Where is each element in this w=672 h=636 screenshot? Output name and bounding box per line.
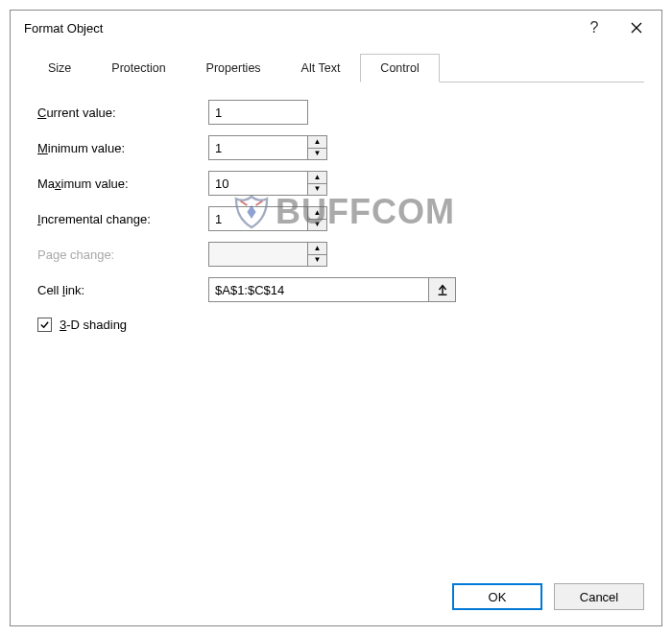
tab-alt-text[interactable]: Alt Text [281, 54, 361, 82]
input-incremental-change[interactable] [209, 207, 307, 230]
spinner-incremental-change: ▲ ▼ [208, 206, 327, 231]
tab-control[interactable]: Control [360, 54, 439, 82]
close-icon [631, 22, 642, 34]
row-page-change: Page change: ▲ ▼ [37, 242, 635, 267]
dialog-title: Format Object [24, 21, 573, 35]
ok-button[interactable]: OK [452, 583, 542, 610]
spinner-maximum-value: ▲ ▼ [208, 171, 327, 196]
input-minimum-value[interactable] [209, 136, 307, 159]
label-3d-shading: 3-D shading [60, 318, 127, 332]
tab-size[interactable]: Size [28, 54, 91, 82]
titlebar: Format Object ? [11, 11, 661, 45]
cell-link-field [208, 277, 456, 302]
spinner-page-change: ▲ ▼ [208, 242, 327, 267]
spin-down-page: ▼ [308, 255, 326, 267]
spin-down-incremental[interactable]: ▼ [308, 220, 326, 231]
input-current-value[interactable] [208, 100, 308, 125]
spin-buttons-minimum: ▲ ▼ [307, 136, 326, 159]
row-current-value: Current value: [37, 100, 635, 125]
label-current-value: Current value: [37, 106, 208, 120]
dialog-footer: OK Cancel [11, 574, 661, 625]
row-incremental-change: Incremental change: ▲ ▼ [37, 206, 635, 231]
checkbox-3d-shading[interactable] [37, 318, 52, 332]
spin-buttons-incremental: ▲ ▼ [307, 207, 326, 230]
dialog-body: Size Protection Properties Alt Text Cont… [11, 45, 661, 574]
tab-protection[interactable]: Protection [91, 54, 185, 82]
input-page-change [209, 243, 307, 266]
format-object-dialog: Format Object ? Size Protection Properti… [10, 10, 662, 626]
spin-up-page: ▲ [308, 243, 326, 255]
tab-properties[interactable]: Properties [186, 54, 281, 82]
spin-buttons-page: ▲ ▼ [307, 243, 326, 266]
input-maximum-value[interactable] [209, 172, 307, 195]
spinner-minimum-value: ▲ ▼ [208, 135, 327, 160]
row-minimum-value: Minimum value: ▲ ▼ [37, 135, 635, 160]
cancel-button[interactable]: Cancel [554, 583, 644, 610]
row-cell-link: Cell link: [37, 277, 635, 302]
label-incremental-change: Incremental change: [37, 212, 208, 226]
spin-down-minimum[interactable]: ▼ [308, 149, 326, 160]
checkmark-icon [39, 319, 50, 330]
spin-up-minimum[interactable]: ▲ [308, 136, 326, 149]
help-button[interactable]: ? [573, 13, 615, 42]
spin-buttons-maximum: ▲ ▼ [307, 172, 326, 195]
label-minimum-value: Minimum value: [37, 141, 208, 155]
label-maximum-value: Maximum value: [37, 177, 208, 191]
collapse-dialog-button[interactable] [428, 278, 455, 301]
row-maximum-value: Maximum value: ▲ ▼ [37, 171, 635, 196]
control-panel: BUFFCOM Current value: Minimum value: ▲ … [28, 82, 644, 562]
collapse-icon [436, 283, 449, 296]
tab-bar: Size Protection Properties Alt Text Cont… [28, 53, 644, 82]
close-button[interactable] [615, 13, 658, 42]
spin-down-maximum[interactable]: ▼ [308, 184, 326, 196]
input-cell-link[interactable] [209, 278, 428, 301]
row-3d-shading: 3-D shading [37, 318, 635, 332]
label-page-change: Page change: [37, 247, 208, 262]
spin-up-incremental[interactable]: ▲ [308, 207, 326, 220]
spin-up-maximum[interactable]: ▲ [308, 172, 326, 184]
label-cell-link: Cell link: [37, 283, 208, 297]
